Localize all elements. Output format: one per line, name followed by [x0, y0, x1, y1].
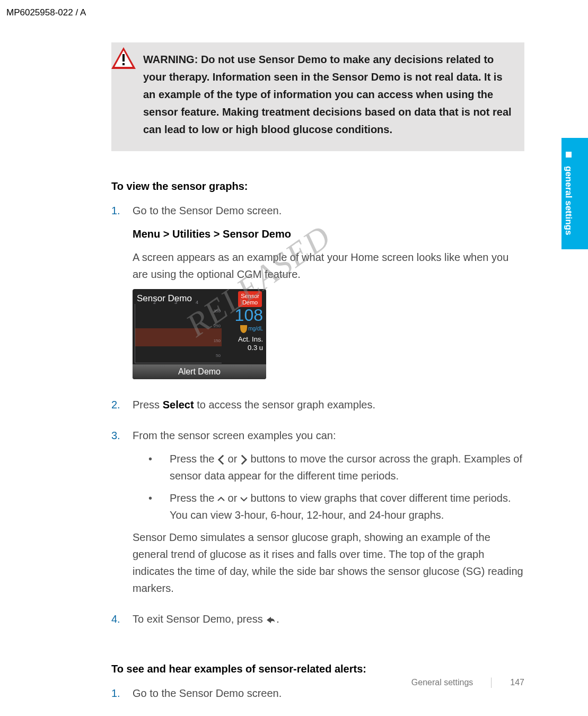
heading-view-graphs: To view the sensor graphs:	[111, 178, 524, 195]
shield-icon	[240, 325, 247, 333]
glucose-value: 108	[225, 305, 263, 325]
footer-label: General settings	[411, 676, 473, 689]
chevron-left-icon	[217, 456, 225, 464]
active-insulin-value: 0.3 u	[225, 344, 263, 352]
step-3-number: 3.	[111, 427, 133, 603]
side-tab-label: general settings	[561, 166, 576, 235]
page-footer: General settings │ 147	[411, 676, 524, 689]
warning-body: Do not use Sensor Demo to make any decis…	[143, 54, 512, 135]
document-id: MP6025958-022 / A	[6, 5, 86, 20]
chevron-down-icon	[240, 495, 248, 503]
bullet-dot: •	[148, 490, 170, 523]
svg-rect-3	[122, 63, 125, 65]
glucose-unit: mg/dL	[225, 325, 263, 333]
bullet-dot: •	[148, 450, 170, 484]
section2-step-1-number: 1.	[111, 685, 133, 708]
warning-label: WARNING:	[143, 54, 198, 65]
step-1-number: 1.	[111, 202, 133, 389]
device-graph: 2 3 4 350 250 150 50	[135, 304, 222, 363]
step-3-desc: Sensor Demo simulates a sensor glucose g…	[133, 529, 524, 597]
svg-rect-2	[122, 54, 125, 62]
warning-paragraph: WARNING: Do not use Sensor Demo to make …	[143, 51, 512, 138]
step-1-text: Go to the Sensor Demo screen.	[133, 202, 524, 219]
footer-divider: │	[489, 676, 494, 689]
alert-demo-bar: Alert Demo	[133, 364, 266, 379]
step-4-number: 4.	[111, 610, 133, 634]
step-3-intro: From the sensor screen examples you can:	[133, 427, 524, 444]
back-arrow-icon	[266, 616, 276, 624]
warning-box: WARNING: Do not use Sensor Demo to make …	[111, 42, 524, 151]
step-4-text: To exit Sensor Demo, press .	[133, 610, 524, 627]
device-screenshot: Sensor Demo SensorDemo 2 3 4 350 250 150	[133, 289, 266, 379]
step-2-text: Press Select to access the sensor graph …	[133, 396, 524, 413]
side-tab: general settings	[561, 138, 588, 249]
bullet-1: Press the or buttons to move the cursor …	[170, 450, 524, 484]
warning-triangle-icon	[110, 46, 137, 72]
active-insulin-label: Act. Ins.	[225, 335, 263, 344]
bullet-2: Press the or buttons to view graphs that…	[170, 490, 524, 523]
heading-hear-alerts: To see and hear examples of sensor-relat…	[111, 660, 524, 677]
chevron-up-icon	[217, 495, 225, 503]
step-1-desc: A screen appears as an example of what y…	[133, 249, 524, 283]
menu-breadcrumb: Menu > Utilities > Sensor Demo	[133, 225, 524, 242]
chevron-right-icon	[240, 456, 248, 464]
step-2-number: 2.	[111, 396, 133, 420]
page-number: 147	[510, 676, 524, 689]
side-tab-square-icon	[566, 152, 572, 158]
